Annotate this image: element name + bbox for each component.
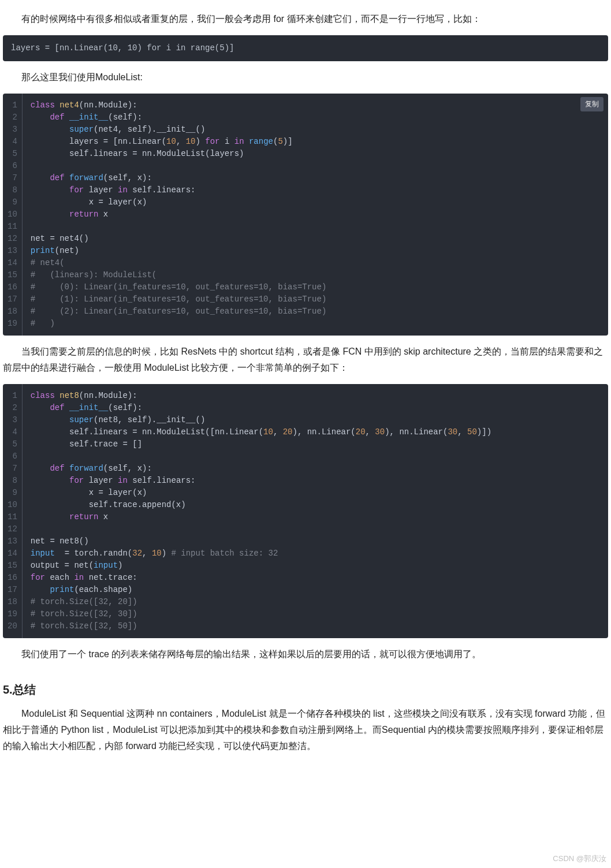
code-content: class net4(nn.Module): def __init__(self… xyxy=(23,94,608,336)
middle-paragraph: 当我们需要之前层的信息的时候，比如 ResNets 中的 shortcut 结构… xyxy=(3,344,608,376)
code-block-2: 1234567891011121314151617181920 class ne… xyxy=(3,384,608,638)
intro-paragraph-1: 有的时候网络中有很多相似或者重复的层，我们一般会考虑用 for 循环来创建它们，… xyxy=(3,11,608,27)
intro-paragraph-2: 那么这里我们使用ModuleList: xyxy=(3,69,608,85)
code-content: class net8(nn.Module): def __init__(self… xyxy=(23,384,608,638)
trace-paragraph: 我们使用了一个 trace 的列表来储存网络每层的输出结果，这样如果以后的层要用… xyxy=(3,646,608,662)
code-block-1: 复制 12345678910111213141516171819 class n… xyxy=(3,94,608,336)
inline-code-block: layers = [nn.Linear(10, 10) for i in ran… xyxy=(3,35,608,61)
summary-paragraph: ModuleList 和 Sequential 这两种 nn container… xyxy=(3,706,608,754)
line-gutter: 12345678910111213141516171819 xyxy=(3,94,23,336)
section-heading: 5.总结 xyxy=(3,680,608,700)
line-gutter: 1234567891011121314151617181920 xyxy=(3,384,23,638)
copy-button[interactable]: 复制 xyxy=(580,97,603,111)
